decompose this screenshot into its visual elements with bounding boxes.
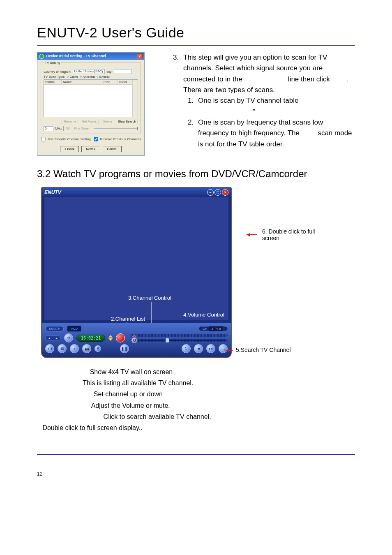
table-scrollbar[interactable] — [132, 80, 138, 117]
group-label: TV Setting — [44, 61, 61, 65]
ch-label: CH3 TV-a — [199, 326, 228, 331]
channel-strip: 003 — [130, 334, 228, 337]
mhz-input[interactable] — [44, 126, 53, 131]
back-button[interactable]: < Back — [60, 146, 79, 152]
sub1-number: 1. — [183, 95, 198, 117]
step3-number: 3. — [168, 52, 183, 150]
minimize-icon[interactable]: – — [207, 189, 214, 196]
next-button[interactable]: Next > — [81, 146, 100, 152]
finetune-slider[interactable] — [94, 128, 138, 129]
svg-marker-1 — [247, 233, 250, 236]
volume-strip: 🔇 — [130, 339, 228, 342]
col-freq[interactable]: Freq. — [102, 80, 118, 84]
country-select[interactable]: United States(USC) — [73, 69, 105, 74]
settings-icon[interactable]: ⚙ — [64, 333, 73, 342]
channel-down-icon[interactable] — [108, 338, 113, 341]
tvwall-icon[interactable]: ▦ — [58, 344, 67, 353]
callout-6: 6. Double click to full screen — [247, 228, 321, 241]
rename-button[interactable]: Rename — [62, 119, 78, 124]
add-icon[interactable]: ＋ — [70, 344, 79, 353]
city-label: city: — [106, 70, 112, 74]
svg-marker-7 — [226, 349, 229, 352]
mute-icon[interactable]: 🔇 — [131, 338, 137, 343]
mhz-unit: MHz — [55, 127, 62, 130]
callout-5: 5.Search TV Channel — [226, 347, 291, 353]
stopsearch-button[interactable]: Stop Search — [116, 119, 138, 124]
col-order[interactable]: Order — [118, 80, 132, 84]
player-brand: ENUTV — [44, 190, 61, 195]
title-rule — [37, 45, 355, 46]
radio-cable[interactable]: ○ Cable — [67, 75, 78, 79]
pause-icon[interactable]: ❚❚ — [120, 344, 129, 353]
sub1-text: One is scan by TV channel table order th… — [198, 95, 355, 117]
channel-table: Status Name Freq. Order — [44, 79, 138, 117]
sub2-number: 2. — [183, 117, 198, 150]
cancel-button[interactable]: Cancel — [103, 146, 122, 152]
enutv-player: ENUTV – □ × 3.Channel Control 2.Channel … — [41, 187, 232, 358]
vcd-indicator: VCD — [67, 326, 81, 332]
radio-extend[interactable]: ○ Extend — [97, 75, 110, 79]
country-label: Country or Region: — [44, 70, 71, 74]
col-status[interactable]: Status — [44, 80, 62, 84]
callout-2: 2.Channel List — [111, 316, 145, 322]
channel-up-icon[interactable] — [108, 335, 113, 338]
maximize-icon[interactable]: □ — [214, 189, 221, 196]
power-icon[interactable]: ⏻ — [45, 344, 54, 353]
scantype-label: TV Scan Type: — [44, 75, 65, 79]
deck-brand: ENUTV — [45, 326, 64, 331]
setfavor-button[interactable]: Set Favor. — [80, 119, 99, 124]
time-display: 16:02:21 — [76, 335, 105, 342]
callout-descriptions: 1. TV wall display: Show 4x4 TV wall on … — [37, 366, 355, 433]
usefavorite-checkbox[interactable]: Use Favorite Channel Setting — [41, 136, 91, 142]
player-screen[interactable]: 3.Channel Control 2.Channel List 1.TV wa… — [44, 197, 228, 320]
close-icon[interactable]: × — [137, 53, 143, 59]
col-name[interactable]: Name — [62, 80, 102, 84]
delete-button[interactable]: Delete — [101, 119, 114, 124]
next-icon[interactable]: ⏭ — [206, 344, 215, 353]
tv-setting-dialog: Device Initial Setting - TV Channel × TV… — [37, 52, 145, 156]
finetune-label: Fine Tune: — [74, 127, 90, 130]
city-select[interactable] — [114, 69, 132, 74]
volume-slider[interactable] — [140, 340, 226, 341]
callout-3: 3.Channel Control — [128, 295, 171, 301]
mhz-ok-button[interactable]: OK — [63, 126, 72, 131]
close-icon[interactable]: × — [222, 189, 228, 196]
reserve-checkbox[interactable]: Reserve Previous Channels — [93, 136, 141, 142]
sub2-text: One is scan by frequency that scans low … — [198, 117, 355, 150]
step3-text: This step will give you an option to sca… — [183, 52, 355, 150]
radio-antenna[interactable]: ○ Antenna — [80, 75, 95, 79]
callout-4: 4.Volume Control — [183, 312, 224, 318]
page-title: ENUTV-2 User's Guide — [37, 25, 355, 41]
channel-list-icon[interactable]: ☰ — [95, 345, 101, 352]
dialog-title: Device Initial Setting - TV Channel — [39, 54, 106, 59]
prev-icon[interactable]: ⏮ — [194, 344, 203, 353]
record-button[interactable] — [116, 333, 125, 342]
section-heading: 3.2 Watch TV programs or movies from DVD… — [37, 168, 355, 180]
page-number: 12 — [37, 471, 355, 477]
camera-icon[interactable]: 📷 — [82, 344, 91, 353]
refresh-icon[interactable]: ↻ — [182, 344, 191, 353]
